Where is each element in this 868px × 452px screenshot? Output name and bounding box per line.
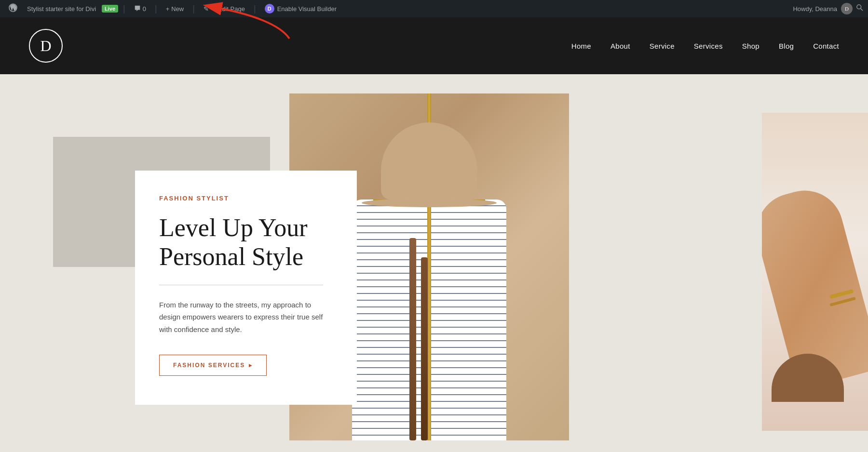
- visual-builder-label: Enable Visual Builder: [277, 5, 337, 13]
- nav-contact[interactable]: Contact: [813, 42, 839, 50]
- hat-crown: [381, 122, 477, 199]
- separator2: |: [152, 4, 160, 14]
- comments-count: 0: [143, 5, 146, 13]
- user-avatar[interactable]: D: [841, 3, 853, 14]
- main-navigation: Home About Service Services Shop Blog Co…: [571, 42, 839, 50]
- wordpress-icon[interactable]: [5, 3, 21, 14]
- comment-bubble-icon: [134, 5, 141, 13]
- nav-services[interactable]: Services: [694, 42, 723, 50]
- hero-section: FASHION STYLIST Level Up Your Personal S…: [0, 74, 868, 452]
- divi-icon: D: [265, 4, 274, 13]
- new-label: New: [171, 5, 184, 13]
- hat-brim: [362, 199, 497, 207]
- hero-description: From the runway to the streets, my appro…: [159, 299, 333, 336]
- hero-card: FASHION STYLIST Level Up Your Personal S…: [135, 171, 357, 405]
- admin-bar: Stylist starter site for Divi Live | 0 |…: [0, 0, 868, 17]
- cta-arrow-icon: ▸: [249, 362, 253, 369]
- edit-page-label: ✎ Edit Page: [211, 5, 245, 13]
- hero-title: Level Up Your Personal Style: [159, 213, 333, 271]
- nav-about[interactable]: About: [610, 42, 630, 50]
- search-icon[interactable]: [856, 4, 863, 13]
- hat: [362, 122, 497, 207]
- hero-divider: [159, 285, 323, 285]
- separator: |: [120, 4, 128, 14]
- leather-strap: [409, 238, 416, 440]
- svg-point-1: [857, 5, 861, 9]
- edit-page-button[interactable]: ✎ ✎ Edit Page: [200, 5, 249, 13]
- avatar-initial: D: [845, 6, 849, 12]
- site-header: D Home About Service Services Shop Blog …: [0, 17, 868, 74]
- nav-blog[interactable]: Blog: [779, 42, 794, 50]
- separator4: |: [251, 4, 259, 14]
- howdy-text: Howdy, Deanna: [793, 5, 837, 13]
- separator3: |: [190, 4, 198, 14]
- nav-shop[interactable]: Shop: [742, 42, 760, 50]
- live-badge: Live: [102, 5, 118, 13]
- logo-letter: D: [40, 37, 51, 55]
- nav-service[interactable]: Service: [650, 42, 675, 50]
- admin-bar-right: Howdy, Deanna D: [793, 3, 863, 14]
- enable-visual-builder-button[interactable]: D Enable Visual Builder: [261, 4, 340, 13]
- nav-home[interactable]: Home: [571, 42, 591, 50]
- new-button[interactable]: + New: [162, 5, 188, 13]
- plus-icon: +: [166, 5, 170, 13]
- leather-strap-2: [421, 257, 428, 440]
- site-logo[interactable]: D: [29, 29, 63, 63]
- admin-bar-left: Stylist starter site for Divi Live | 0 |…: [5, 3, 793, 14]
- cta-label: FASHION SERVICES: [173, 362, 245, 369]
- fashion-services-button[interactable]: FASHION SERVICES ▸: [159, 355, 267, 376]
- hero-category: FASHION STYLIST: [159, 195, 333, 202]
- hero-photo-right: [762, 113, 868, 431]
- comments-link[interactable]: 0: [130, 5, 150, 13]
- svg-line-2: [861, 9, 863, 11]
- pencil-icon: ✎: [203, 5, 209, 13]
- site-name[interactable]: Stylist starter site for Divi: [23, 5, 100, 13]
